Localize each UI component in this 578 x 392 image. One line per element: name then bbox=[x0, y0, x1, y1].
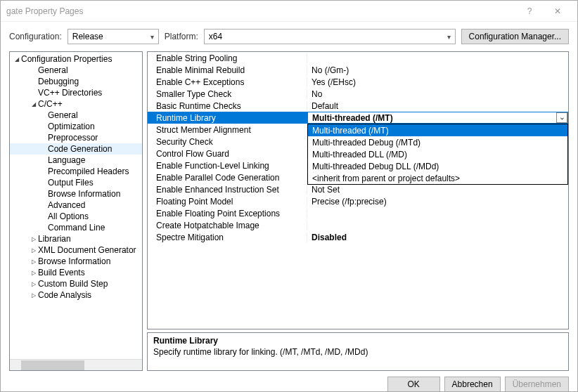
runtime-library-dropdown[interactable]: Multi-threaded (/MT)Multi-threaded Debug… bbox=[307, 124, 568, 185]
tree-item[interactable]: Command Line bbox=[10, 222, 142, 233]
tree-item[interactable]: All Options bbox=[10, 211, 142, 222]
property-row[interactable]: Runtime LibraryMulti-threaded (/MT)⌵ bbox=[148, 112, 568, 124]
property-grid[interactable]: Enable String PoolingEnable Minimal Rebu… bbox=[147, 51, 569, 329]
chevron-down-icon: ▾ bbox=[447, 33, 451, 41]
caret-icon bbox=[30, 101, 38, 107]
property-row[interactable]: Enable Minimal RebuildNo (/Gm-) bbox=[148, 64, 568, 76]
dropdown-item[interactable]: Multi-threaded Debug (/MTd) bbox=[308, 136, 567, 148]
cancel-button[interactable]: Abbrechen bbox=[444, 377, 501, 392]
chevron-down-icon: ▾ bbox=[150, 33, 154, 41]
apply-button[interactable]: Übernehmen bbox=[505, 377, 569, 392]
description-title: Runtime Library bbox=[153, 336, 563, 346]
tree-item[interactable]: Language bbox=[10, 155, 142, 166]
tree-item[interactable]: XML Document Generator bbox=[10, 244, 142, 256]
tree-item[interactable]: VC++ Directories bbox=[10, 87, 142, 98]
nav-tree[interactable]: Configuration PropertiesGeneralDebugging… bbox=[9, 51, 143, 371]
platform-label: Platform: bbox=[165, 32, 198, 41]
dropdown-item[interactable]: Multi-threaded (/MT) bbox=[308, 124, 567, 136]
config-bar: Configuration: Release ▾ Platform: x64 ▾… bbox=[1, 22, 577, 51]
ok-button[interactable]: OK bbox=[387, 377, 440, 392]
tree-item[interactable]: Code Analysis bbox=[10, 289, 142, 301]
property-row[interactable]: Basic Runtime ChecksDefault bbox=[148, 100, 568, 112]
dialog-footer: OK Abbrechen Übernehmen bbox=[1, 371, 577, 392]
titlebar: gate Property Pages ? ✕ bbox=[1, 1, 577, 22]
help-button[interactable]: ? bbox=[515, 1, 544, 22]
description-body: Specify runtime library for linking. (/M… bbox=[153, 347, 563, 357]
tree-item[interactable]: General bbox=[10, 110, 142, 121]
configuration-combo[interactable]: Release ▾ bbox=[68, 29, 159, 44]
property-row[interactable]: Enable Floating Point Exceptions bbox=[148, 207, 568, 219]
tree-item[interactable]: C/C++ bbox=[10, 98, 142, 110]
caret-icon bbox=[30, 292, 38, 299]
caret-icon bbox=[30, 247, 38, 254]
configuration-manager-button[interactable]: Configuration Manager... bbox=[461, 29, 569, 44]
close-button[interactable]: ✕ bbox=[544, 1, 572, 22]
property-row[interactable]: Smaller Type CheckNo bbox=[148, 88, 568, 100]
caret-icon bbox=[13, 56, 21, 63]
caret-icon bbox=[30, 259, 38, 265]
window-title: gate Property Pages bbox=[6, 6, 515, 16]
tree-root[interactable]: Configuration Properties bbox=[10, 53, 142, 65]
property-row[interactable]: Create Hotpatchable Image bbox=[148, 219, 568, 231]
description-panel: Runtime Library Specify runtime library … bbox=[147, 332, 569, 371]
configuration-label: Configuration: bbox=[9, 32, 62, 41]
dropdown-item[interactable]: Multi-threaded DLL (/MD) bbox=[308, 148, 567, 160]
dropdown-item[interactable]: Multi-threaded Debug DLL (/MDd) bbox=[308, 160, 567, 172]
property-row[interactable]: Enable Enhanced Instruction SetNot Set bbox=[148, 183, 568, 195]
property-row[interactable]: Floating Point ModelPrecise (/fp:precise… bbox=[148, 195, 568, 207]
dropdown-button[interactable]: ⌵ bbox=[556, 112, 567, 123]
property-row[interactable]: Enable C++ ExceptionsYes (/EHsc) bbox=[148, 76, 568, 88]
tree-item[interactable]: Browse Information bbox=[10, 188, 142, 200]
dropdown-item[interactable]: <inherit from parent or project defaults… bbox=[308, 172, 567, 184]
property-row[interactable]: Enable String Pooling bbox=[148, 52, 568, 64]
tree-item[interactable]: Librarian bbox=[10, 233, 142, 244]
caret-icon bbox=[30, 236, 38, 242]
tree-item[interactable]: Preprocessor bbox=[10, 132, 142, 143]
tree-item[interactable]: Custom Build Step bbox=[10, 278, 142, 289]
tree-item[interactable]: Build Events bbox=[10, 267, 142, 278]
scrollbar-thumb[interactable] bbox=[21, 360, 84, 370]
tree-item[interactable]: Debugging bbox=[10, 76, 142, 87]
caret-icon bbox=[30, 281, 38, 287]
tree-scrollbar[interactable] bbox=[10, 359, 142, 370]
tree-item[interactable]: Code Generation bbox=[10, 143, 142, 155]
tree-item[interactable]: Precompiled Headers bbox=[10, 166, 142, 177]
tree-item[interactable]: General bbox=[10, 65, 142, 76]
tree-item[interactable]: Browse Information bbox=[10, 256, 142, 267]
tree-item[interactable]: Optimization bbox=[10, 121, 142, 132]
tree-item[interactable]: Output Files bbox=[10, 177, 142, 188]
platform-combo[interactable]: x64 ▾ bbox=[204, 29, 456, 44]
property-row[interactable]: Spectre MitigationDisabled bbox=[148, 231, 568, 243]
caret-icon bbox=[30, 270, 38, 276]
tree-item[interactable]: Advanced bbox=[10, 200, 142, 211]
